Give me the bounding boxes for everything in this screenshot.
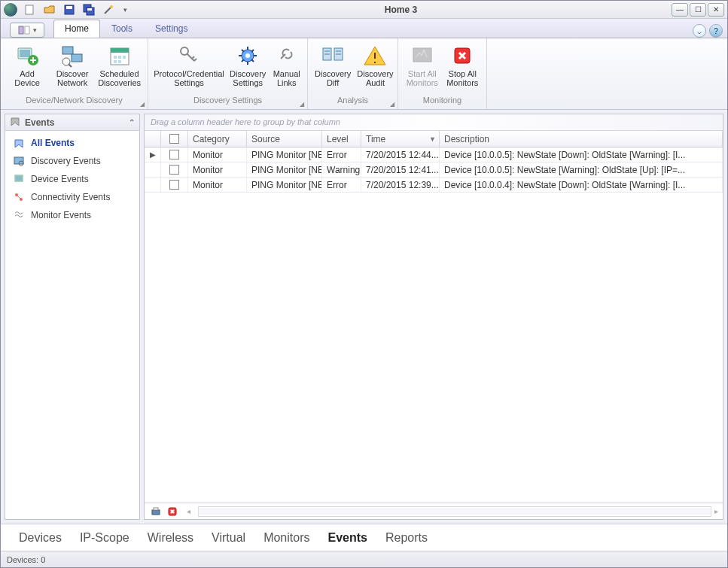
print-button[interactable] xyxy=(149,505,163,518)
events-header-icon xyxy=(10,116,20,129)
bottom-tab-monitors[interactable]: Monitors xyxy=(263,531,309,545)
bottom-tab-events[interactable]: Events xyxy=(327,531,367,545)
ribbon-collapse-icon[interactable]: ⌵ xyxy=(693,24,706,38)
ribbon-protocol-settings[interactable]: Protocol/Credential Settings xyxy=(153,41,225,90)
tab-home[interactable]: Home xyxy=(53,20,100,38)
ribbon-stop-monitors[interactable]: Stop All Monitors xyxy=(443,41,483,90)
bottom-tab-reports[interactable]: Reports xyxy=(385,531,428,545)
ribbon-group-label: Analysis xyxy=(337,96,368,105)
cell-level: Error xyxy=(322,178,361,192)
col-checkbox-header[interactable] xyxy=(161,131,188,147)
tab-settings[interactable]: Settings xyxy=(144,20,199,38)
events-grid-body[interactable]: ▶MonitorPING Monitor [NE...Error7/20/201… xyxy=(145,147,723,503)
sort-desc-icon: ▼ xyxy=(429,135,436,143)
scroll-left-icon[interactable]: ◂ xyxy=(187,507,190,515)
table-row[interactable]: MonitorPING Monitor [NE...Warning7/20/20… xyxy=(145,163,723,178)
row-indicator xyxy=(145,163,161,177)
maximize-button[interactable]: ☐ xyxy=(690,3,706,17)
qat-new-icon[interactable] xyxy=(22,2,38,17)
keys-icon xyxy=(177,44,201,68)
col-source[interactable]: Source xyxy=(247,131,322,147)
svg-rect-27 xyxy=(16,176,22,181)
bottom-tab-wireless[interactable]: Wireless xyxy=(148,531,193,545)
monitor-events-icon xyxy=(13,209,25,221)
qat-dropdown-icon[interactable]: ▾ xyxy=(120,2,130,17)
sidebar-item-connectivity-events[interactable]: Connectivity Events xyxy=(5,188,139,206)
svg-rect-12 xyxy=(62,47,73,54)
ribbon-discovery-settings[interactable]: Discovery Settings xyxy=(227,41,269,90)
svg-rect-5 xyxy=(87,8,92,11)
help-icon[interactable]: ? xyxy=(709,24,723,38)
qat-saveall-icon[interactable] xyxy=(81,2,97,17)
row-checkbox-cell[interactable] xyxy=(161,178,188,192)
row-checkbox[interactable] xyxy=(169,165,179,175)
table-row[interactable]: MonitorPING Monitor [NE...Error7/20/2015… xyxy=(145,178,723,193)
app-icon xyxy=(4,3,17,17)
stop-icon xyxy=(450,44,474,68)
connectivity-events-icon xyxy=(13,191,25,203)
svg-rect-8 xyxy=(25,26,29,34)
minimize-button[interactable]: — xyxy=(672,3,688,17)
sidebar-item-monitor-events[interactable]: Monitor Events xyxy=(5,206,139,224)
cell-level: Error xyxy=(322,147,361,162)
cell-description: Device [10.0.0.4]: NewState [Down]: OldS… xyxy=(440,178,723,192)
sidebar-item-label: Monitor Events xyxy=(31,210,91,220)
col-description[interactable]: Description xyxy=(440,131,723,147)
ribbon-discover-network[interactable]: Discover Network xyxy=(50,41,94,90)
bottom-tab-ip-scope[interactable]: IP-Scope xyxy=(80,531,129,545)
sidebar-item-all-events[interactable]: All Events xyxy=(5,134,139,152)
group-expand-icon[interactable]: ◢ xyxy=(390,101,394,108)
panel-collapse-icon[interactable]: ⌃ xyxy=(129,118,135,126)
sidebar-item-label: Connectivity Events xyxy=(31,192,110,202)
cell-time: 7/20/2015 12:41... xyxy=(361,163,440,177)
row-checkbox[interactable] xyxy=(169,150,179,159)
calendar-icon xyxy=(108,44,132,68)
bottom-tab-devices[interactable]: Devices xyxy=(19,531,62,545)
group-expand-icon[interactable]: ◢ xyxy=(140,101,145,108)
col-level[interactable]: Level xyxy=(322,131,361,147)
svg-point-19 xyxy=(245,53,250,58)
ribbon-discovery-diff[interactable]: Discovery Diff xyxy=(312,41,353,90)
svg-rect-13 xyxy=(72,54,82,62)
ribbon-group-label: Device/Network Discovery xyxy=(26,96,122,105)
qat-save-icon[interactable] xyxy=(61,2,78,17)
select-all-checkbox[interactable] xyxy=(169,134,179,144)
qat-wizard-icon[interactable] xyxy=(100,2,117,17)
sidebar-item-discovery-events[interactable]: Discovery Events xyxy=(5,152,139,170)
table-row[interactable]: ▶MonitorPING Monitor [NE...Error7/20/201… xyxy=(145,147,723,163)
row-checkbox-cell[interactable] xyxy=(161,163,188,177)
cell-description: Device [10.0.0.5]: NewState [Warning]: O… xyxy=(440,163,723,177)
close-button[interactable]: ✕ xyxy=(708,3,724,17)
ribbon-manual-links[interactable]: Manual Links xyxy=(270,41,303,90)
cell-category: Monitor xyxy=(188,147,247,162)
group-expand-icon[interactable]: ◢ xyxy=(300,101,304,108)
ribbon-scheduled-discoveries[interactable]: Scheduled Discoveries xyxy=(96,41,143,90)
cell-category: Monitor xyxy=(188,178,247,192)
col-indicator[interactable] xyxy=(145,131,161,147)
col-category[interactable]: Category xyxy=(188,131,247,147)
scroll-right-icon[interactable]: ▸ xyxy=(714,507,718,515)
discovery-events-icon xyxy=(13,155,25,167)
row-checkbox-cell[interactable] xyxy=(161,147,188,162)
qat-open-icon[interactable] xyxy=(41,2,58,17)
cell-source: PING Monitor [NE... xyxy=(247,178,322,192)
add-device-icon xyxy=(15,44,39,68)
row-indicator xyxy=(145,178,161,192)
cell-level: Warning xyxy=(322,163,361,177)
tab-tools[interactable]: Tools xyxy=(100,20,144,38)
svg-rect-10 xyxy=(20,50,30,57)
row-checkbox[interactable] xyxy=(169,180,179,190)
cell-time: 7/20/2015 12:44... xyxy=(361,147,440,162)
ribbon-discovery-audit[interactable]: Discovery Audit xyxy=(355,41,395,90)
row-indicator: ▶ xyxy=(145,147,161,162)
window-title: Home 3 xyxy=(130,5,672,15)
view-mode-button[interactable] xyxy=(10,23,44,38)
horizontal-scrollbar[interactable] xyxy=(198,506,711,517)
bottom-tab-virtual[interactable]: Virtual xyxy=(212,531,245,545)
svg-rect-7 xyxy=(19,26,23,34)
sidebar-item-device-events[interactable]: Device Events xyxy=(5,170,139,188)
delete-button[interactable] xyxy=(166,505,179,518)
ribbon-add-device[interactable]: Add Device xyxy=(5,41,49,90)
col-time[interactable]: Time▼ xyxy=(361,131,440,147)
group-by-hint[interactable]: Drag a column header here to group by th… xyxy=(145,114,723,131)
